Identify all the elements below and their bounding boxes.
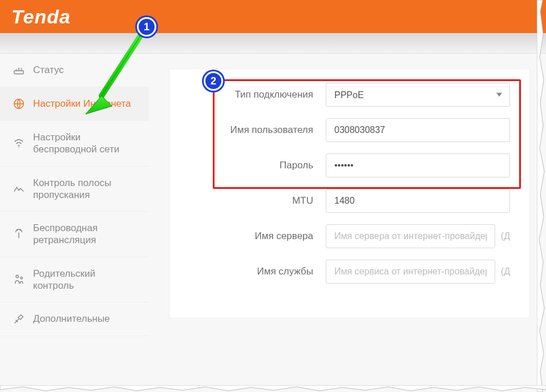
label-password: Пароль: [169, 160, 326, 171]
svg-point-3: [16, 275, 19, 278]
callout-badge-2: 2: [204, 71, 223, 91]
row-service-name: Имя службы (Д: [169, 260, 529, 284]
sidebar-item-label: Родительский контроль: [33, 268, 136, 292]
app-header: Tenda: [0, 0, 546, 33]
input-username[interactable]: [326, 118, 510, 142]
sidebar-item-advanced[interactable]: Дополнительные: [0, 302, 148, 336]
sidebar-item-status[interactable]: Статус: [0, 54, 148, 87]
sidebar-item-wireless-repeat[interactable]: Беспроводная ретрансляция: [0, 212, 148, 257]
brand-logo: Tenda: [11, 6, 71, 28]
svg-point-2: [18, 147, 19, 148]
row-connection-type: Тип подключения PPPoE: [169, 83, 529, 107]
row-password: Пароль: [169, 153, 529, 177]
row-server-name: Имя сервера (Д: [169, 224, 529, 248]
sidebar-item-label: Контроль полосы пропускания: [33, 177, 136, 201]
sidebar-item-internet-settings[interactable]: Настройки Интернета: [0, 87, 148, 121]
antenna-icon: [13, 228, 25, 240]
label-service-name: Имя службы: [169, 266, 326, 277]
bandwidth-icon: [13, 183, 25, 195]
torn-edge-right: [537, 0, 546, 392]
input-server-name[interactable]: [326, 224, 495, 248]
torn-edge-bottom: [0, 385, 546, 392]
settings-panel: Тип подключения PPPoE Имя пользователя П…: [169, 68, 530, 318]
callout-badge-1: 1: [137, 17, 156, 37]
main-area: Статус Настройки Интернета Настройки бес…: [0, 54, 546, 392]
wifi-icon: [13, 137, 25, 149]
header-subbar: [0, 33, 546, 54]
sidebar: Статус Настройки Интернета Настройки бес…: [0, 54, 148, 392]
hint-server-name: (Д: [501, 231, 510, 241]
label-mtu: MTU: [169, 195, 326, 207]
router-status-icon: [13, 64, 25, 76]
sidebar-item-bandwidth-control[interactable]: Контроль полосы пропускания: [0, 167, 148, 212]
row-mtu: MTU: [169, 189, 529, 213]
sidebar-item-label: Настройки беспроводной сети: [33, 131, 136, 156]
input-mtu[interactable]: [326, 189, 510, 213]
hint-service-name: (Д: [501, 266, 510, 277]
tools-icon: [13, 313, 25, 325]
globe-icon: [13, 98, 25, 110]
content-area: Тип подключения PPPoE Имя пользователя П…: [148, 54, 546, 392]
label-server-name: Имя сервера: [169, 231, 326, 242]
parental-icon: [13, 273, 25, 286]
input-password[interactable]: [326, 153, 510, 177]
sidebar-item-parental-control[interactable]: Родительский контроль: [0, 257, 148, 303]
svg-rect-0: [14, 71, 24, 74]
label-username: Имя пользователя: [169, 124, 326, 136]
label-connection-type: Тип подключения: [169, 89, 326, 100]
sidebar-item-label: Статус: [33, 64, 136, 76]
input-service-name[interactable]: [326, 260, 495, 284]
svg-point-4: [21, 277, 22, 278]
sidebar-item-wireless-settings[interactable]: Настройки беспроводной сети: [0, 121, 148, 167]
select-connection-type[interactable]: PPPoE: [326, 83, 510, 107]
sidebar-item-label: Беспроводная ретрансляция: [33, 222, 136, 246]
row-username: Имя пользователя: [169, 118, 529, 142]
sidebar-item-label: Дополнительные: [33, 313, 136, 325]
sidebar-item-label: Настройки Интернета: [33, 98, 136, 110]
